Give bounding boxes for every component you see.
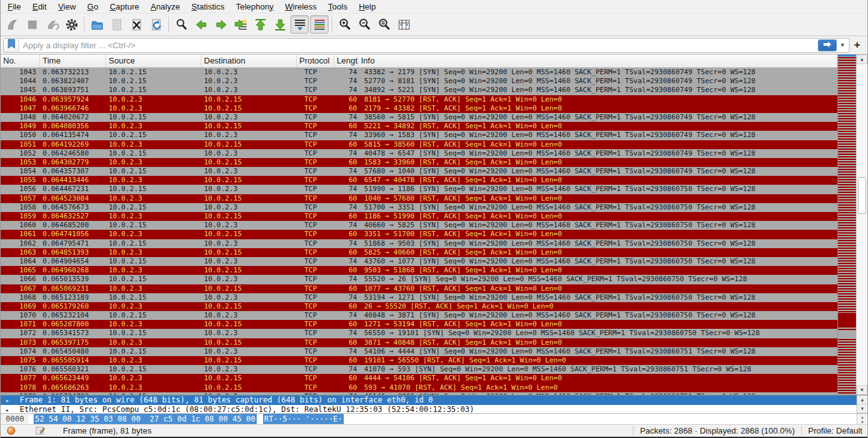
packet-details-pane: ▸Frame 1: 81 bytes on wire (648 bits), 8… — [1, 395, 867, 413]
packet-row[interactable]: 10720.06534157310.0.2.1510.0.2.3TCP74565… — [1, 329, 837, 338]
capture-comment-button[interactable] — [36, 425, 45, 437]
go-forward-button[interactable] — [212, 15, 230, 34]
scroll-down-arrow-icon[interactable]: ▼ — [857, 419, 867, 424]
packet-row[interactable]: 10730.06539717510.0.2.310.0.2.15TCP60387… — [1, 338, 837, 347]
packet-row[interactable]: 10600.06468520010.0.2.1510.0.2.3TCP74406… — [1, 221, 837, 230]
expert-info-button[interactable] — [7, 427, 15, 435]
hex-bytes[interactable]: 52 54 00 12 35 03 08 00 27 c5 0d 1c 08 0… — [34, 414, 257, 424]
packet-row[interactable]: 10710.06528780010.0.2.310.0.2.15TCP60127… — [1, 320, 837, 329]
packet-row[interactable]: 10570.06452308410.0.2.310.0.2.15TCP60104… — [1, 194, 837, 203]
scroll-down-arrow-icon[interactable]: ▼ — [857, 404, 867, 413]
packet-row[interactable]: 10440.06382240710.0.2.1510.0.2.3TCP74527… — [1, 77, 837, 86]
menu-tools[interactable]: Tools — [322, 1, 353, 13]
packet-row[interactable]: 10590.06463252710.0.2.310.0.2.15TCP60118… — [1, 212, 837, 221]
packet-row[interactable]: 10610.06474105610.0.2.310.0.2.15TCP60335… — [1, 230, 837, 239]
packet-row[interactable]: 10480.06402067210.0.2.1510.0.2.3TCP74385… — [1, 113, 837, 122]
packet-row[interactable]: 10490.06408035610.0.2.310.0.2.15TCP60522… — [1, 122, 837, 131]
menu-file[interactable]: File — [2, 1, 27, 13]
scroll-up-arrow-icon[interactable]: ▲ — [857, 395, 867, 404]
packet-row[interactable]: 10780.06568626310.0.2.310.0.2.15TCP60593… — [1, 383, 837, 392]
close-file-button[interactable] — [127, 15, 146, 34]
expand-arrow-icon[interactable]: ▸ — [6, 396, 20, 405]
packet-row[interactable]: 10430.06373221310.0.2.1510.0.2.3TCP74433… — [1, 68, 837, 77]
restart-capture-button[interactable] — [43, 15, 61, 34]
packet-row[interactable]: 10660.06501353910.0.2.1510.0.2.3TCP74555… — [1, 275, 837, 284]
apply-filter-button[interactable] — [818, 39, 837, 51]
packet-row[interactable]: 10750.06550591410.0.2.310.0.2.15TCP60191… — [1, 356, 837, 365]
resize-columns-button[interactable] — [395, 15, 413, 34]
packet-row[interactable]: 10690.06517926010.0.2.310.0.2.15TCP6026 … — [1, 302, 837, 311]
scroll-up-arrow-icon[interactable]: ▲ — [857, 414, 867, 419]
packet-row[interactable]: 10630.06485139310.0.2.310.0.2.15TCP60582… — [1, 248, 837, 257]
column-source[interactable]: Source — [106, 55, 201, 67]
expand-arrow-icon[interactable]: ▸ — [6, 406, 20, 415]
menu-help[interactable]: Help — [353, 1, 382, 13]
auto-scroll-toggle[interactable] — [290, 15, 309, 34]
open-file-button[interactable] — [88, 15, 106, 34]
go-last-button[interactable] — [271, 15, 289, 34]
zoom-reset-button[interactable] — [375, 15, 393, 34]
packet-row[interactable]: 10470.06396674610.0.2.310.0.2.15TCP60217… — [1, 104, 837, 113]
packet-row[interactable]: 10500.06413547410.0.2.1510.0.2.3TCP74339… — [1, 131, 837, 140]
packet-row[interactable]: 10670.06506923110.0.2.310.0.2.15TCP60107… — [1, 284, 837, 293]
packet-row[interactable]: 10650.06496026810.0.2.310.0.2.15TCP60950… — [1, 266, 837, 275]
column-time[interactable]: Time — [40, 55, 106, 67]
menu-capture[interactable]: Capture — [104, 1, 145, 13]
packet-row[interactable]: 10510.06419226910.0.2.310.0.2.15TCP60581… — [1, 140, 837, 149]
packet-row[interactable]: 10700.06523210410.0.2.1510.0.2.3TCP74408… — [1, 311, 837, 320]
column-info[interactable]: Info — [358, 55, 837, 67]
go-to-packet-button[interactable] — [231, 15, 250, 34]
status-profile[interactable]: Profile: Default — [808, 426, 867, 435]
column-destination[interactable]: Destination — [201, 55, 297, 67]
menu-analyze[interactable]: Analyze — [145, 1, 186, 13]
packet-row[interactable]: 10550.06441344610.0.2.310.0.2.15TCP60654… — [1, 176, 837, 185]
reload-file-button[interactable] — [147, 15, 165, 34]
go-back-button[interactable] — [192, 15, 210, 34]
filter-dropdown-caret[interactable]: ▼ — [838, 42, 847, 48]
packet-list-scrollbar[interactable]: ▲ ▼ — [856, 55, 867, 395]
display-filter-input[interactable] — [19, 39, 818, 52]
scrollbar-thumb[interactable] — [858, 177, 866, 214]
save-file-button[interactable] — [107, 15, 126, 34]
packet-row[interactable]: 10540.06435730710.0.2.1510.0.2.3TCP74576… — [1, 167, 837, 176]
go-first-button[interactable] — [251, 15, 269, 34]
detail-row-frame[interactable]: ▸Frame 1: 81 bytes on wire (648 bits), 8… — [1, 395, 867, 405]
packet-row[interactable]: 10460.06395792410.0.2.310.0.2.15TCP60818… — [1, 95, 837, 104]
colorize-toggle[interactable] — [310, 15, 329, 34]
find-packet-button[interactable] — [172, 15, 191, 34]
column-no[interactable]: No. — [1, 55, 40, 67]
packet-row[interactable]: 10520.06424658010.0.2.1510.0.2.3TCP74404… — [1, 149, 837, 158]
packet-row[interactable]: 10580.06457667310.0.2.1510.0.2.3TCP74517… — [1, 203, 837, 212]
capture-options-button[interactable] — [62, 15, 81, 34]
packet-row[interactable]: 10560.06446723110.0.2.1510.0.2.3TCP74519… — [1, 185, 837, 194]
filter-bookmark-button[interactable] — [4, 39, 19, 52]
menu-statistics[interactable]: Statistics — [186, 1, 230, 13]
zoom-out-button[interactable] — [355, 15, 374, 34]
menu-view[interactable]: View — [52, 1, 81, 13]
details-scrollbar[interactable]: ▲ ▼ — [857, 395, 867, 414]
stop-capture-button[interactable] — [23, 15, 41, 34]
detail-row-ethernet[interactable]: ▸Ethernet II, Src: PcsCompu c5:0d:1c (08… — [1, 405, 867, 415]
column-protocol[interactable]: Protocol — [297, 55, 334, 67]
menu-telephony[interactable]: Telephony — [230, 1, 279, 13]
bytes-scrollbar[interactable]: ▲ ▼ — [857, 414, 867, 424]
packet-row[interactable]: 10640.06490465410.0.2.1510.0.2.3TCP74437… — [1, 257, 837, 266]
packet-row[interactable]: 10760.06556032110.0.2.1510.0.2.3TCP74410… — [1, 365, 837, 374]
packet-row[interactable]: 10530.06430277910.0.2.310.0.2.15TCP60158… — [1, 158, 837, 167]
hex-ascii[interactable]: RT··5··· '·····E· — [263, 414, 344, 424]
menu-go[interactable]: Go — [81, 1, 104, 13]
scroll-up-arrow-icon[interactable]: ▲ — [857, 55, 867, 64]
packet-row[interactable]: 10450.06389375110.0.2.1510.0.2.3TCP74348… — [1, 86, 837, 95]
scroll-down-arrow-icon[interactable]: ▼ — [857, 385, 867, 395]
start-capture-button[interactable] — [3, 15, 22, 34]
zoom-in-button[interactable] — [336, 15, 354, 34]
add-filter-button[interactable]: + — [850, 39, 865, 51]
menu-wireless[interactable]: Wireless — [280, 1, 323, 13]
packet-row[interactable]: 10740.06545048010.0.2.1510.0.2.3TCP74541… — [1, 347, 837, 356]
column-length[interactable]: Length — [334, 55, 358, 67]
packet-row[interactable]: 10680.06512318910.0.2.1510.0.2.3TCP74531… — [1, 293, 837, 302]
menu-edit[interactable]: Edit — [27, 1, 52, 13]
packet-row[interactable]: 10770.06562344910.0.2.310.0.2.15TCP60444… — [1, 374, 837, 383]
packet-row[interactable]: 10620.06479547110.0.2.1510.0.2.3TCP74518… — [1, 239, 837, 248]
intelligent-scrollbar-minimap[interactable] — [837, 55, 856, 395]
